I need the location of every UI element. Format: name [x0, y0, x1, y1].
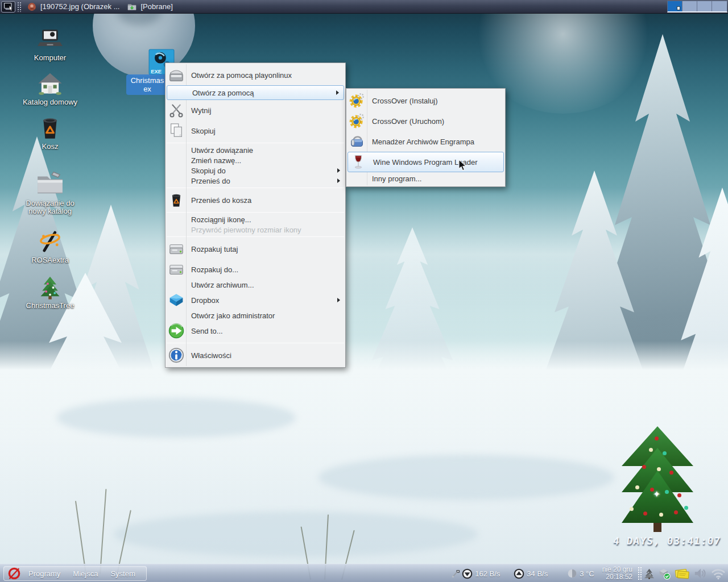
menu-separator	[167, 236, 344, 237]
submenu-item-other-program[interactable]: Inny program...	[347, 172, 504, 185]
weather-widget[interactable]: 3 °C	[567, 568, 594, 579]
menu-programy[interactable]: Programy	[23, 569, 65, 578]
context-menu: Otwórz za pomocą playonlinux Otwórz za p…	[165, 63, 346, 368]
menu-separator	[167, 188, 344, 188]
workspace-2[interactable]	[682, 1, 697, 11]
notes-icon[interactable]	[675, 567, 689, 580]
desktop-icon-komputer[interactable]: Komputer	[7, 27, 93, 62]
system-tray	[644, 567, 726, 580]
menu-item-create-link[interactable]: Utwórz dowiązanie	[166, 145, 345, 155]
info-icon	[167, 347, 185, 364]
home-icon	[7, 72, 93, 97]
download-arrow-icon	[462, 568, 473, 579]
extract-icon	[167, 240, 185, 257]
submenu-item-crossover-install[interactable]: CrossOver (Instaluj)	[347, 90, 504, 111]
submenu-arrow-icon	[337, 178, 340, 183]
rosa-logo-icon[interactable]	[7, 567, 21, 580]
christmas-tree-icon	[7, 275, 93, 300]
wallpaper-decor	[57, 398, 296, 438]
submenu-arrow-icon	[337, 298, 340, 302]
menu-item-open-as-admin[interactable]: Otwórz jako administrator	[166, 310, 345, 321]
time-text: 20:18:52	[602, 573, 632, 581]
taskbar-item-pobrane[interactable]: [Pobrane]	[125, 0, 178, 13]
menu-miejsca[interactable]: Miejsca	[68, 569, 103, 578]
workspace-4[interactable]	[712, 1, 727, 11]
menu-item-dropbox[interactable]: Dropbox	[166, 290, 345, 310]
menu-item-restore-icon-size: Przywróć pierwotny rozmiar ikony	[166, 225, 345, 235]
submenu-arrow-icon	[337, 168, 340, 173]
mouse-cursor	[458, 159, 466, 172]
menu-item-extract-to[interactable]: Rozpakuj do...	[166, 259, 345, 280]
folder-downloads-icon	[127, 2, 136, 11]
desktop-icon-dowiazanie[interactable]: Dowiązanie do nowy katalog	[7, 169, 93, 215]
folder-link-icon	[7, 169, 93, 198]
open-with-icon	[167, 66, 185, 84]
magic-wand-icon	[7, 228, 93, 255]
archive-manager-icon	[348, 133, 366, 150]
taskbar-item-image[interactable]: [190752.jpg (Obrazek ...	[25, 0, 125, 13]
menu-item-extract-here[interactable]: Rozpakuj tutaj	[166, 239, 345, 259]
workspace-1[interactable]	[668, 1, 682, 11]
desktop-root: ✦ 4 DAYS, 03:41:07 Komputer Katalog domo…	[0, 0, 728, 582]
net-download-stat: 162 B/s	[462, 568, 500, 579]
dropbox-status-icon[interactable]	[659, 568, 671, 580]
crossover-icon	[348, 92, 366, 109]
wallpaper-decor	[114, 512, 478, 557]
menu-item-open-with-playonlinux[interactable]: Otwórz za pomocą playonlinux	[166, 65, 345, 85]
show-desktop-button[interactable]	[1, 1, 15, 13]
menu-system[interactable]: System	[105, 569, 140, 578]
menu-item-copy-to[interactable]: Skopiuj do	[166, 165, 345, 176]
moon-weather-icon	[567, 568, 577, 579]
menu-item-open-with[interactable]: Otwórz za pomocą	[167, 85, 344, 100]
top-panel: [190752.jpg (Obrazek ... [Pobrane]	[0, 0, 728, 14]
image-viewer-icon	[27, 2, 36, 11]
desktop-icon-rosaextra[interactable]: ROSAextra	[7, 228, 93, 264]
show-desktop-icon	[3, 2, 14, 12]
dropbox-icon	[167, 292, 185, 308]
desktop-icon-katalog-domowy[interactable]: Katalog domowy	[7, 72, 93, 106]
menu-item-stretch-icon[interactable]: Rozciągnij ikonę...	[166, 214, 345, 225]
menu-item-move-to[interactable]: Przenieś do	[166, 176, 345, 186]
submenu-item-wine-loader[interactable]: Wine Windows Program Loader	[348, 152, 504, 172]
bottom-panel: Programy Miejsca System 162 B/s 34 B/s 3…	[0, 564, 728, 582]
trash-icon	[167, 192, 185, 208]
menu-item-properties[interactable]: Właściwości	[166, 345, 345, 365]
wifi-icon[interactable]	[711, 568, 726, 580]
menu-item-send-to[interactable]: Send to...	[166, 321, 345, 341]
menu-separator	[167, 212, 344, 213]
menu-item-cut[interactable]: Wytnij	[166, 100, 345, 120]
panel-drag-handle[interactable]	[17, 2, 22, 12]
menu-item-copy[interactable]: Skopiuj	[166, 120, 345, 141]
clock[interactable]: nie 20 gru 20:18:52	[602, 566, 632, 581]
menu-separator	[167, 343, 344, 343]
upload-arrow-icon	[514, 568, 524, 579]
send-to-icon	[167, 322, 185, 339]
volume-icon[interactable]	[693, 567, 707, 580]
cut-icon	[167, 102, 185, 119]
christmas-countdown: 4 DAYS, 03:41:07	[613, 535, 722, 547]
desktop-icon-christmastree[interactable]: ChristmasTree	[7, 275, 93, 310]
window-marker	[677, 6, 680, 10]
key-tool-icon[interactable]	[452, 569, 460, 578]
desktop-icon-kosz[interactable]: Kosz	[7, 115, 93, 151]
selected-file-label: Christmas ex	[126, 74, 168, 95]
workspace-3[interactable]	[697, 1, 712, 11]
wine-icon	[349, 154, 367, 170]
xsnow-icon[interactable]	[644, 568, 655, 579]
copy-icon	[167, 122, 185, 139]
start-menu-group: Programy Miejsca System	[3, 566, 147, 581]
computer-icon	[7, 27, 93, 52]
wallpaper-decor	[318, 455, 614, 500]
trash-icon	[7, 115, 93, 141]
menu-item-rename[interactable]: Zmień nazwę...	[166, 155, 345, 165]
menu-item-create-archive[interactable]: Utwórz archiwum...	[166, 280, 345, 290]
submenu-item-crossover-run[interactable]: CrossOver (Uruchom)	[347, 111, 504, 131]
panel-right-group: 162 B/s 34 B/s 3 °C nie 20 gru 20:18:52	[452, 564, 726, 582]
submenu-item-engrampa[interactable]: Menadżer Archiwów Engrampa	[347, 131, 504, 152]
menu-item-move-to-trash[interactable]: Przenieś do kosza	[166, 190, 345, 210]
net-upload-stat: 34 B/s	[514, 568, 548, 579]
tray-separator[interactable]	[638, 567, 642, 580]
crossover-icon	[348, 113, 366, 130]
submenu-arrow-icon	[336, 90, 339, 95]
extract-icon	[167, 261, 185, 278]
